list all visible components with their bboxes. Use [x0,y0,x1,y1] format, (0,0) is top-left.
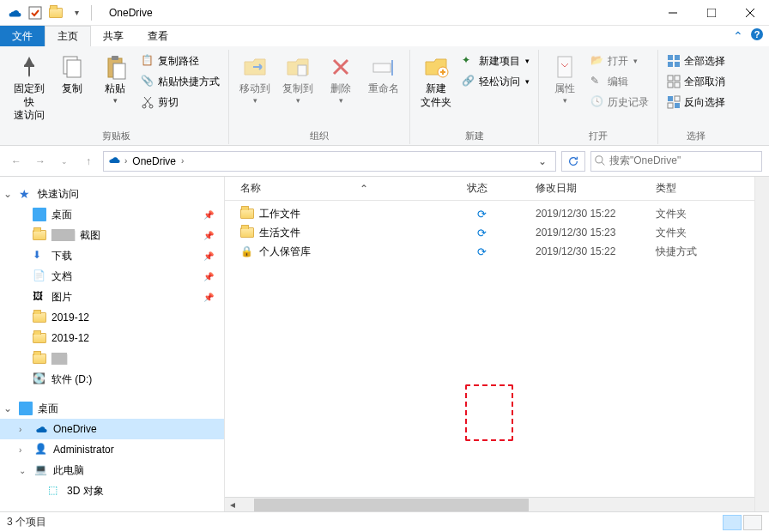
new-item-button[interactable]: ✦新建项目▾ [462,51,530,70]
chevron-right-icon[interactable]: › [181,156,184,166]
paste-button[interactable]: 粘贴 ▾ [94,50,136,109]
folder-icon [240,209,254,219]
window-controls [653,0,769,26]
tab-file[interactable]: 文件 [0,26,45,46]
tree-desktop[interactable]: 桌面📌 [0,204,224,225]
close-button[interactable] [730,0,769,26]
help-icon[interactable]: ? [750,27,764,44]
cut-button[interactable]: 剪切 [141,93,220,112]
tree-soft-d[interactable]: 💽软件 (D:) [0,369,224,390]
folder-icon[interactable] [46,3,65,22]
group-open-label: 打开 [589,130,608,144]
back-button[interactable]: ← [7,152,26,171]
vertical-scrollbar[interactable] [754,177,769,511]
new-folder-button[interactable]: 新建 文件夹 [415,50,457,112]
copy-path-button[interactable]: 📋复制路径 [141,51,220,70]
edit-button[interactable]: ✎编辑 [590,72,649,91]
file-row[interactable]: 生活文件 ⟳ 2019/12/30 15:23 文件夹 [225,223,769,242]
pin-icon: 📌 [203,293,214,302]
delete-button[interactable]: 删除▾ [320,50,361,109]
sort-indicator-icon: ⌃ [360,183,368,195]
tree-pictures[interactable]: 🖼图片📌 [0,287,224,307]
select-none-button[interactable]: 全部取消 [667,72,725,91]
checkbox-icon[interactable] [26,3,45,22]
group-new: 新建 文件夹 ✦新建项目▾ 🔗轻松访问▾ 新建 [410,50,539,144]
refresh-button[interactable] [561,151,585,172]
onedrive-icon [34,422,48,436]
forward-button[interactable]: → [31,152,50,171]
tree-2019-12a[interactable]: 2019-12 [0,307,224,328]
tree-this-pc[interactable]: ⌄💻此电脑 [0,460,224,481]
navigation-bar: ← → ⌄ ↑ › OneDrive › ⌄ 搜索"OneDrive" [0,146,769,177]
easy-access-button[interactable]: 🔗轻松访问▾ [462,72,530,91]
title-bar: ▾ OneDrive [0,0,769,26]
tab-home[interactable]: 主页 [45,26,91,46]
paste-shortcut-button[interactable]: 📎粘贴快捷方式 [141,72,220,91]
expand-icon[interactable]: › [19,445,29,455]
chevron-right-icon[interactable]: › [124,156,127,166]
tree-downloads[interactable]: ⬇下载📌 [0,245,224,266]
column-name[interactable]: 名称⌃ [240,181,467,196]
column-headers: 名称⌃ 状态 修改日期 类型 [225,177,769,201]
collapse-ribbon-icon[interactable]: ⌃ [733,29,743,43]
svg-rect-14 [298,65,306,76]
qat-dropdown-icon[interactable]: ▾ [67,3,86,22]
move-to-button[interactable]: 移动到▾ [234,50,276,109]
tree-onedrive[interactable]: ›OneDrive [0,419,224,439]
svg-rect-29 [668,103,673,108]
column-type[interactable]: 类型 [656,181,742,196]
group-organize-label: 组织 [310,130,329,144]
history-button[interactable]: 🕓历史记录 [590,93,649,112]
search-placeholder: 搜索"OneDrive" [609,154,681,168]
tree-quick-access[interactable]: ⌄ ★ 快速访问 [0,184,224,204]
svg-rect-10 [112,56,118,60]
tree-2019-12b[interactable]: 2019-12 [0,328,224,348]
tree-3d-objects[interactable]: ⬚3D 对象 [0,481,224,501]
expand-icon[interactable]: ⌄ [3,402,14,414]
tab-view[interactable]: 查看 [136,26,180,46]
svg-rect-20 [675,55,680,60]
column-state[interactable]: 状态 [467,181,536,196]
tab-share[interactable]: 共享 [91,26,136,46]
tree-redacted[interactable]: ▇▇ [0,348,224,369]
scroll-thumb[interactable] [254,499,529,511]
rename-button[interactable]: 重命名 [363,50,404,100]
search-input[interactable]: 搜索"OneDrive" [590,151,762,172]
minimize-button[interactable] [653,0,692,26]
copy-button[interactable]: 复制 [51,50,93,100]
details-view-button[interactable] [723,515,742,530]
tree-administrator[interactable]: ›👤Administrator [0,439,224,460]
pin-to-quick-access-button[interactable]: 固定到快 速访问 [9,50,50,126]
tree-desktop-root[interactable]: ⌄ 桌面 [0,398,224,419]
tree-screenshots[interactable]: ▇▇▇截图📌 [0,225,224,245]
up-button[interactable]: ↑ [79,152,98,171]
recent-dropdown[interactable]: ⌄ [55,152,74,171]
select-all-button[interactable]: 全部选择 [667,51,725,70]
file-view: 名称⌃ 状态 修改日期 类型 工作文件 ⟳ 2019/12/30 15:22 文… [225,177,769,511]
tree-documents[interactable]: 📄文档📌 [0,266,224,287]
address-dropdown-icon[interactable]: ⌄ [533,155,552,167]
breadcrumb-onedrive[interactable]: OneDrive [130,155,178,167]
expand-icon[interactable]: ⌄ [3,188,14,200]
address-bar[interactable]: › OneDrive › ⌄ [103,151,556,172]
properties-button[interactable]: 属性▾ [544,50,585,109]
group-new-label: 新建 [465,130,484,144]
sync-icon: ⟳ [477,227,487,239]
maximize-button[interactable] [692,0,730,26]
copy-to-button[interactable]: 复制到▾ [277,50,318,109]
search-icon [595,155,606,166]
scroll-left-button[interactable]: ◂ [225,499,239,511]
open-button[interactable]: 📂打开▾ [590,51,649,70]
svg-rect-24 [675,76,680,81]
navigation-tree[interactable]: ⌄ ★ 快速访问 桌面📌 ▇▇▇截图📌 ⬇下载📌 📄文档📌 🖼图片📌 2019-… [0,177,225,511]
file-row[interactable]: 🔒个人保管库 ⟳ 2019/12/30 15:22 快捷方式 [225,242,769,261]
icons-view-button[interactable] [743,515,762,530]
group-clipboard: 固定到快 速访问 复制 粘贴 ▾ 📋复制路径 📎粘贴快捷方式 剪切 剪贴板 [3,50,229,144]
file-row[interactable]: 工作文件 ⟳ 2019/12/30 15:22 文件夹 [225,204,769,223]
invert-selection-button[interactable]: 反向选择 [667,93,725,112]
column-date[interactable]: 修改日期 [536,181,656,196]
expand-icon[interactable]: ⌄ [19,466,29,475]
item-count: 3 个项目 [7,515,46,529]
horizontal-scrollbar[interactable]: ◂ ▸ [225,497,769,511]
expand-icon[interactable]: › [19,425,29,434]
